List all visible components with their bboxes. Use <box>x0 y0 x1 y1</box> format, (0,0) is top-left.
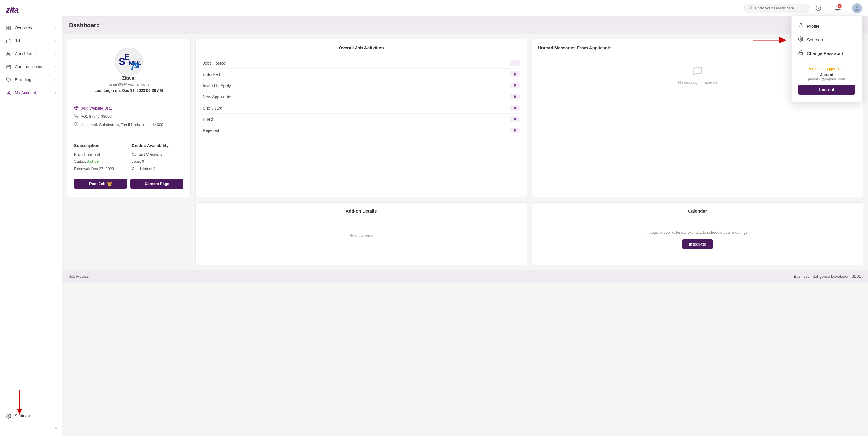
credits-title: Credits Availability <box>132 142 183 150</box>
logout-button[interactable]: Log out <box>798 85 855 95</box>
dropdown-settings-item[interactable]: Settings <box>792 33 862 46</box>
post-job-button[interactable]: Post Job 👑 <box>74 179 127 189</box>
sidebar-item-overview[interactable]: Overview › <box>0 21 62 34</box>
sidebar-label-jobs: Jobs <box>15 38 24 43</box>
chevron-right-icon: › <box>55 78 56 82</box>
integrate-label: Integrate <box>689 242 706 247</box>
svg-point-11 <box>8 91 9 93</box>
dashboard-grid: S E NSE 7 A Zita.ai janani99@yopmail.com… <box>62 34 868 270</box>
main-content: 4 Dashboard S E NS <box>62 0 868 436</box>
sidebar-label-branding: Branding <box>15 77 31 82</box>
svg-point-5 <box>7 52 9 54</box>
settings-label: Settings <box>15 413 30 418</box>
search-bar[interactable] <box>744 4 809 13</box>
company-logo: S E NSE 7 A <box>115 48 143 75</box>
careers-page-button[interactable]: Careers Page <box>130 179 183 189</box>
grid-icon <box>6 25 11 30</box>
sidebar-bottom: Settings « <box>0 406 62 436</box>
candidates-credits: Candidates: 9 <box>132 166 155 171</box>
chevron-right-icon: › <box>55 65 56 68</box>
activity-row: New Applicants0 <box>202 91 521 102</box>
website-row: Add Website URL <box>74 105 183 111</box>
sidebar-label-communications: Communications <box>15 64 45 69</box>
credits-col: Credits Availability Contact Credits: 1 … <box>132 142 183 173</box>
header-divider <box>828 4 828 12</box>
sidebar-item-branding[interactable]: Branding › <box>0 73 62 86</box>
activity-count: 0 <box>510 83 520 88</box>
profile-dropdown-icon <box>798 23 803 29</box>
activity-count: 0 <box>510 105 520 111</box>
activity-count: 0 <box>510 116 520 122</box>
addon-card: Add-on Details No data found <box>195 202 527 266</box>
gear-icon <box>6 413 11 418</box>
header-divider-2 <box>847 4 847 12</box>
settings-dropdown-icon <box>798 36 803 43</box>
chevron-right-icon: › <box>55 39 56 42</box>
dropdown-divider <box>792 62 862 62</box>
sidebar-item-settings[interactable]: Settings <box>0 409 62 423</box>
svg-point-14 <box>8 415 9 416</box>
dropdown-settings-label: Settings <box>807 37 823 42</box>
svg-line-16 <box>751 8 752 9</box>
search-icon <box>748 6 752 11</box>
user-avatar-button[interactable] <box>852 3 862 13</box>
svg-point-33 <box>800 38 802 40</box>
user-dropdown-menu: Profile Settings Change Password You hav… <box>791 15 862 102</box>
svg-text:S: S <box>119 56 125 67</box>
globe-icon <box>74 105 79 111</box>
dropdown-profile-item[interactable]: Profile <box>792 19 862 33</box>
activity-row: Unlocked0 <box>202 69 521 80</box>
card-actions: Post Job 👑 Careers Page <box>74 179 183 189</box>
company-email: janani99@yopmail.com <box>108 82 149 87</box>
sidebar-label-my-account: My Account <box>15 90 36 95</box>
logged-as-text: You have logged in as <box>798 67 855 71</box>
sidebar-item-jobs[interactable]: Jobs › <box>0 34 62 47</box>
sidebar-item-communications[interactable]: Communications › <box>0 60 62 73</box>
search-input[interactable] <box>755 6 802 10</box>
chevron-right-icon: › <box>55 91 56 94</box>
briefcase-icon <box>6 38 11 43</box>
svg-rect-34 <box>799 52 803 55</box>
notification-count: 4 <box>838 4 842 8</box>
subscription-section: Subscription Plan: Free Trial Status: Ac… <box>74 142 183 173</box>
careers-page-label: Careers Page <box>145 182 169 186</box>
svg-rect-3 <box>9 28 10 30</box>
sidebar-item-my-account[interactable]: My Account › <box>0 86 62 99</box>
notification-bell-button[interactable]: 4 <box>833 4 842 13</box>
subscription-col: Subscription Plan: Free Trial Status: Ac… <box>74 142 126 173</box>
integrate-button[interactable]: Integrate <box>682 239 713 249</box>
logout-label: Log out <box>819 87 834 92</box>
no-data: No data found <box>202 221 521 250</box>
logged-user-name: Janani <box>798 72 855 77</box>
renewal-label: Renewal: Dec 27, 2023 <box>74 166 114 171</box>
activity-label: Unlocked <box>203 72 220 77</box>
no-messages-text: No messages received <box>678 80 717 85</box>
activity-row: Hired0 <box>202 114 521 125</box>
sidebar-nav: Overview › Jobs › Candidates <box>0 19 62 406</box>
help-icon-button[interactable] <box>814 4 823 13</box>
dropdown-change-password-item[interactable]: Change Password <box>792 46 862 60</box>
svg-rect-1 <box>9 26 10 27</box>
add-website-link[interactable]: Add Website URL <box>82 106 112 111</box>
sidebar-label-candidates: Candidates <box>15 51 36 56</box>
activity-label: Jobs Posted <box>203 61 225 65</box>
dropdown-user-section: You have logged in as Janani janani99@yo… <box>792 64 862 98</box>
status-label: Status: Active <box>74 159 99 163</box>
no-data-text: No data found <box>349 233 373 238</box>
users-icon <box>6 51 11 56</box>
last-login-text: Last Login on: Dec 14, 2023 09:38 AM <box>94 88 163 93</box>
sidebar-label-overview: Overview <box>15 25 32 30</box>
divider-2 <box>74 134 183 134</box>
svg-point-19 <box>856 6 858 8</box>
phone-number: +91 87546-88596 <box>82 114 112 119</box>
profile-card: S E NSE 7 A Zita.ai janani99@yopmail.com… <box>67 39 191 197</box>
activity-label: Rejected <box>203 128 219 133</box>
activity-count: 0 <box>510 71 520 77</box>
activities-title: Overall Job Activities <box>202 45 521 54</box>
job-metrics-title: Job Metrics <box>69 274 89 279</box>
page-content: Dashboard S E NSE 7 A <box>62 17 868 436</box>
sidebar-item-candidates[interactable]: Candidates › <box>0 47 62 60</box>
calendar-title: Calendar <box>538 209 857 217</box>
sidebar-collapse-button[interactable]: « <box>0 423 62 432</box>
logged-user-email: janani99@yopmail.com <box>798 77 855 81</box>
